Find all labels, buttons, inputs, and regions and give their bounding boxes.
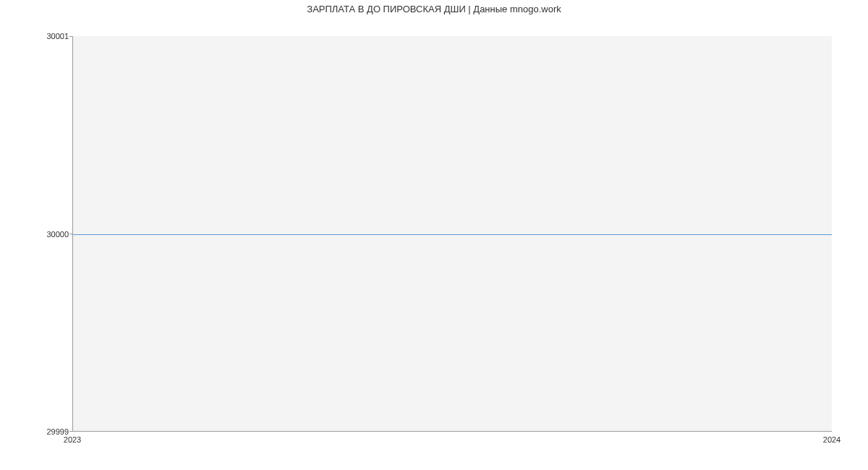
y-tick-mark (69, 431, 72, 432)
y-tick-mark (69, 234, 72, 234)
y-tick-label-bottom: 29999 (25, 427, 69, 436)
y-tick-label-mid: 30000 (25, 230, 69, 239)
y-tick-mark (69, 36, 72, 37)
plot-area (72, 36, 832, 432)
x-tick-label-right: 2024 (823, 435, 841, 444)
x-tick-label-left: 2023 (64, 435, 81, 444)
chart-title: ЗАРПЛАТА В ДО ПИРОВСКАЯ ДШИ | Данные mno… (0, 4, 868, 14)
data-line (73, 234, 832, 235)
y-tick-label-top: 30001 (25, 32, 69, 40)
